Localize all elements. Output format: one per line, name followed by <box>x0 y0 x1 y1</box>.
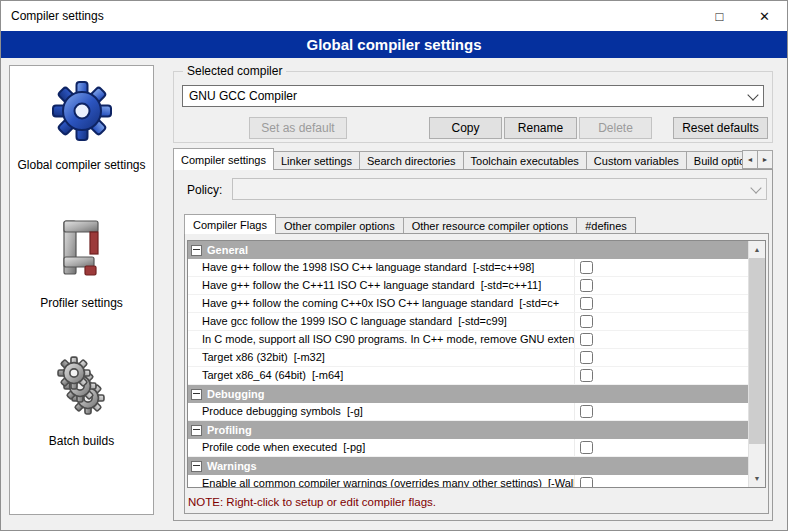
flag-checkbox[interactable] <box>580 279 593 292</box>
close-button[interactable]: ✕ <box>742 1 787 31</box>
sidebar-item-profiler-settings[interactable]: Profiler settings <box>40 216 123 310</box>
flag-checkbox[interactable] <box>580 441 593 454</box>
sidebar-item-label: Global compiler settings <box>17 158 145 172</box>
flag-label: Have gcc follow the 1999 ISO C language … <box>188 313 575 330</box>
flag-checkbox-cell <box>575 259 748 276</box>
reset-defaults-button[interactable]: Reset defaults <box>673 117 768 139</box>
tab-toolchain-executables[interactable]: Toolchain executables <box>463 151 587 170</box>
collapse-icon[interactable] <box>191 425 202 436</box>
flag-label: Have g++ follow the 1998 ISO C++ languag… <box>188 259 575 276</box>
flag-row[interactable]: Profile code when executed [-pg] <box>188 439 748 457</box>
tab-linker-settings[interactable]: Linker settings <box>273 151 360 170</box>
category-label: Profiling <box>207 424 252 436</box>
tab-custom-variables[interactable]: Custom variables <box>586 151 687 170</box>
flag-checkbox-cell <box>575 295 748 312</box>
titlebar: Compiler settings □ ✕ <box>1 1 787 31</box>
sidebar-item-batch-builds[interactable]: Batch builds <box>49 354 114 448</box>
flags-rows: General Have g++ follow the 1998 ISO C++… <box>188 241 748 488</box>
flag-checkbox-cell <box>575 367 748 384</box>
flag-label: Have g++ follow the coming C++0x ISO C++… <box>188 295 575 312</box>
dialog-content: Global compiler settings Profiler settin… <box>1 58 787 530</box>
flag-label: Target x86 (32bit) [-m32] <box>188 349 575 366</box>
flag-checkbox[interactable] <box>580 261 593 274</box>
flag-category-row[interactable]: Warnings <box>188 457 748 475</box>
subtab-bar: Compiler Flags Other compiler options Ot… <box>184 214 769 234</box>
flags-list: General Have g++ follow the 1998 ISO C++… <box>187 240 766 488</box>
category-label: Debugging <box>207 388 264 400</box>
flag-row[interactable]: In C mode, support all ISO C90 programs.… <box>188 331 748 349</box>
flag-row[interactable]: Produce debugging symbols [-g] <box>188 403 748 421</box>
tab-scroll-right-icon[interactable]: ► <box>757 150 773 169</box>
set-as-default-button[interactable]: Set as default <box>249 117 347 139</box>
flag-checkbox-cell <box>575 439 748 456</box>
selected-compiler-group: Selected compiler GNU GCC Compiler Set a… <box>173 71 773 143</box>
batch-builds-icon <box>50 354 114 418</box>
flag-row[interactable]: Have gcc follow the 1999 ISO C language … <box>188 313 748 331</box>
subtab-other-compiler-options[interactable]: Other compiler options <box>275 217 404 234</box>
flag-row[interactable]: Enable all common compiler warnings (ove… <box>188 475 748 488</box>
compiler-select-value: GNU GCC Compiler <box>189 89 297 103</box>
flag-row[interactable]: Have g++ follow the 1998 ISO C++ languag… <box>188 259 748 277</box>
tab-compiler-settings[interactable]: Compiler settings <box>173 148 274 170</box>
collapse-icon[interactable] <box>191 389 202 400</box>
flag-row[interactable]: Target x86 (32bit) [-m32] <box>188 349 748 367</box>
maximize-button[interactable]: □ <box>697 1 742 31</box>
vertical-scrollbar[interactable]: ▲ ▼ <box>748 241 765 487</box>
flag-label: Have g++ follow the C++11 ISO C++ langua… <box>188 277 575 294</box>
copy-button[interactable]: Copy <box>429 117 502 139</box>
flag-checkbox[interactable] <box>580 351 593 364</box>
category-label: General <box>207 244 248 256</box>
dialog-header-title: Global compiler settings <box>306 36 481 53</box>
scroll-up-icon[interactable]: ▲ <box>749 241 765 258</box>
flag-checkbox[interactable] <box>580 297 593 310</box>
policy-select[interactable] <box>232 178 767 200</box>
tab-scroll-buttons: ◄ ► <box>743 150 773 169</box>
maximize-icon: □ <box>716 9 724 24</box>
flag-category-row[interactable]: General <box>188 241 748 259</box>
dialog-header: Global compiler settings <box>1 31 787 58</box>
scroll-down-icon[interactable]: ▼ <box>749 470 765 487</box>
delete-button[interactable]: Delete <box>579 117 652 139</box>
sidebar-item-label: Profiler settings <box>40 296 123 310</box>
flag-checkbox-cell <box>575 331 748 348</box>
subtab-compiler-flags[interactable]: Compiler Flags <box>184 214 276 234</box>
close-icon: ✕ <box>759 9 770 24</box>
flag-category-row[interactable]: Debugging <box>188 385 748 403</box>
flag-checkbox[interactable] <box>580 405 593 418</box>
collapse-icon[interactable] <box>191 245 202 256</box>
flag-checkbox[interactable] <box>580 315 593 328</box>
flag-label: Profile code when executed [-pg] <box>188 439 575 456</box>
scrollbar-thumb[interactable] <box>749 258 765 444</box>
collapse-icon[interactable] <box>191 461 202 472</box>
flag-checkbox[interactable] <box>580 369 593 382</box>
flag-label: Enable all common compiler warnings (ove… <box>188 475 575 488</box>
sidebar-item-label: Batch builds <box>49 434 114 448</box>
rename-button[interactable]: Rename <box>504 117 577 139</box>
tab-scroll-left-icon[interactable]: ◄ <box>742 150 758 169</box>
window-title: Compiler settings <box>1 9 697 23</box>
category-label: Warnings <box>207 460 257 472</box>
profiler-icon <box>49 216 113 280</box>
flag-row[interactable]: Target x86_64 (64bit) [-m64] <box>188 367 748 385</box>
note-text: NOTE: Right-click to setup or edit compi… <box>188 496 436 508</box>
subtab-other-resource-compiler-options[interactable]: Other resource compiler options <box>403 217 578 234</box>
subtab-defines[interactable]: #defines <box>576 217 636 234</box>
tab-search-directories[interactable]: Search directories <box>359 151 464 170</box>
gear-blue-icon <box>50 78 114 142</box>
flag-checkbox-cell <box>575 349 748 366</box>
main-area: Selected compiler GNU GCC Compiler Set a… <box>166 65 780 521</box>
flag-label: In C mode, support all ISO C90 programs.… <box>188 331 575 348</box>
flag-row[interactable]: Have g++ follow the C++11 ISO C++ langua… <box>188 277 748 295</box>
compiler-settings-panel: Policy: Compiler Flags Other compiler op… <box>173 169 773 521</box>
flag-category-row[interactable]: Profiling <box>188 421 748 439</box>
flag-row[interactable]: Have g++ follow the coming C++0x ISO C++… <box>188 295 748 313</box>
flag-checkbox-cell <box>575 403 748 420</box>
compiler-select[interactable]: GNU GCC Compiler <box>182 85 764 107</box>
flag-checkbox[interactable] <box>580 477 593 488</box>
sidebar-item-global-compiler-settings[interactable]: Global compiler settings <box>17 78 145 172</box>
flag-checkbox-cell <box>575 313 748 330</box>
flag-checkbox[interactable] <box>580 333 593 346</box>
dropdown-arrow-icon <box>746 180 765 198</box>
tab-bar: Compiler settings Linker settings Search… <box>173 148 773 170</box>
flag-checkbox-cell <box>575 277 748 294</box>
